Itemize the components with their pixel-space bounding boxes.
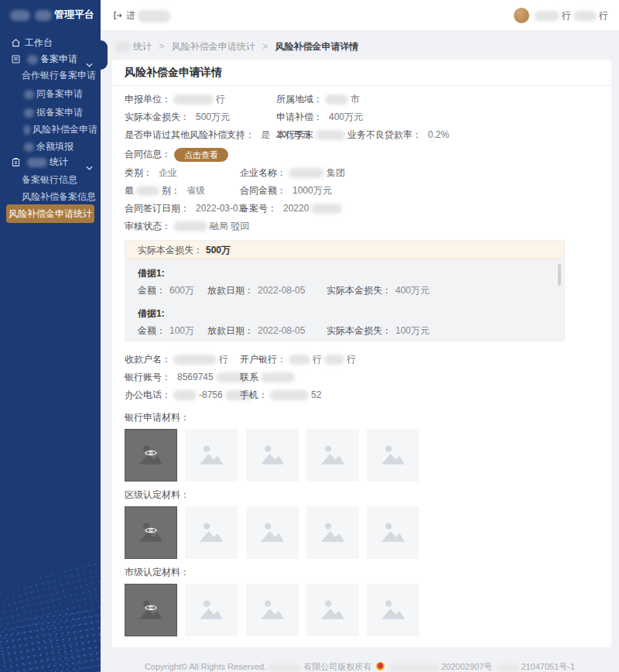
- material-thumbnail[interactable]: [306, 429, 359, 482]
- eye-icon: [145, 449, 157, 457]
- material-thumbnail-viewed[interactable]: [125, 584, 177, 636]
- redacted-text: [270, 390, 309, 400]
- material-thumbnail[interactable]: [185, 584, 238, 636]
- material-thumbnail[interactable]: [246, 506, 299, 559]
- material-thumbnail[interactable]: [306, 584, 359, 636]
- sidebar-decoration-dots: [0, 542, 101, 672]
- field-value: -8756: [199, 389, 223, 400]
- sidebar-item-risk-comp-filing-info[interactable]: 风险补偿备案信息: [0, 188, 101, 205]
- field-label: 银行账号：: [125, 372, 171, 382]
- user-info[interactable]: 行行: [514, 7, 608, 24]
- sidebar-item-coop-bank-filing[interactable]: 合作银行备案申请: [0, 67, 101, 84]
- bank-materials-label: 银行申请材料：: [112, 410, 611, 424]
- material-thumbnail[interactable]: [367, 584, 419, 636]
- redacted-text: [24, 142, 34, 152]
- field-label: 放款日期：: [207, 325, 254, 336]
- sidebar-item-workbench[interactable]: 工作台: [0, 34, 101, 51]
- redacted-text: [115, 42, 131, 52]
- material-thumbnail[interactable]: [246, 584, 299, 636]
- field-row: 是否申请过其他风险补偿支持：是100万元 本行季末业务不良贷款率：0.2%: [112, 126, 611, 144]
- field-value: 100万元: [395, 325, 429, 336]
- material-thumbnail-viewed[interactable]: [125, 506, 177, 559]
- field-value: 0.2%: [428, 129, 449, 140]
- app-logo: 管理平台: [8, 8, 101, 22]
- app-logo-text: 管理平台: [54, 9, 94, 20]
- material-thumbnail[interactable]: [185, 506, 238, 559]
- filing-number-2[interactable]: 21047051号-1: [521, 662, 575, 671]
- sidebar-group-label: 统计: [50, 156, 68, 167]
- sidebar-item-risk-comp-apply-stats[interactable]: 风险补偿金申请统计: [6, 204, 94, 223]
- sidebar-item-receipt-filing[interactable]: 据备案申请: [0, 104, 101, 121]
- panel-scrollbar[interactable]: [558, 264, 561, 286]
- field-label: 企业名称：: [240, 167, 286, 178]
- copyright-text: Copyright© All Rights Reserved.: [145, 662, 266, 671]
- loan-receipt-row: 金额：100万 放款日期：2022-08-05 实际本金损失：100万元: [125, 324, 564, 337]
- district-materials-grid: [112, 506, 611, 559]
- image-placeholder-icon: [378, 517, 409, 548]
- sidebar-item-label: 合作银行备案申请: [22, 70, 96, 81]
- material-thumbnail[interactable]: [306, 506, 359, 559]
- field-row: 银行账号：8569745 联系: [112, 369, 611, 386]
- breadcrumb-item-risk-comp-stats[interactable]: 风险补偿金申请统计: [172, 41, 255, 52]
- material-thumbnail[interactable]: [246, 429, 299, 482]
- redacted-text: [35, 10, 52, 21]
- field-label: 联系: [240, 372, 258, 382]
- eye-icon: [145, 604, 157, 612]
- sidebar-item-balance-report[interactable]: 余额填报: [0, 138, 101, 155]
- field-row: 办公电话：-8756 手机：52: [112, 386, 611, 404]
- avatar[interactable]: [514, 8, 529, 23]
- field-label: 开户银行：: [240, 354, 286, 365]
- field-row: 合同签订日期：2022-03-01 备案号：20220: [112, 200, 611, 218]
- sidebar-item-label: 风险补偿金申请: [32, 124, 97, 135]
- field-row: 申报单位：行 所属地域：市: [112, 91, 611, 108]
- breadcrumb-item-stats[interactable]: 统计: [133, 41, 152, 52]
- material-thumbnail[interactable]: [367, 429, 419, 482]
- redacted-text: [389, 663, 439, 672]
- image-placeholder-icon: [317, 440, 348, 471]
- sidebar-item-label: 同备案申请: [36, 88, 83, 99]
- page-title: 风险补偿金申请详情: [112, 60, 611, 86]
- material-thumbnail[interactable]: [185, 429, 238, 482]
- sidebar-item-risk-comp-apply[interactable]: 风险补偿金申请: [0, 121, 101, 138]
- redacted-text: [261, 372, 295, 382]
- redacted-text: [573, 11, 597, 21]
- field-row: 审核状态：融局 驳回: [112, 218, 611, 235]
- redacted-text: [173, 221, 207, 231]
- view-contract-button[interactable]: 点击查看: [174, 148, 228, 162]
- field-value: 行: [347, 354, 356, 365]
- field-value: 2022-03-01: [196, 203, 243, 214]
- sidebar-item-label: 工作台: [25, 37, 53, 48]
- user-bank-text: 行: [562, 10, 571, 21]
- image-placeholder-icon: [257, 595, 288, 626]
- field-label: 合同信息：: [125, 149, 171, 159]
- sidebar-item-label: 风险补偿金申请统计: [9, 208, 92, 219]
- material-thumbnail-viewed[interactable]: [125, 429, 177, 482]
- field-value: 1000万元: [292, 185, 332, 196]
- loan-receipt-title: 借据1:: [125, 307, 564, 320]
- field-label: 收款户名：: [125, 354, 171, 365]
- image-placeholder-icon: [257, 517, 288, 548]
- loss-panel-body[interactable]: 借据1: 金额：600万 放款日期：2022-08-05 实际本金损失：400万…: [125, 259, 564, 341]
- material-thumbnail[interactable]: [367, 506, 419, 559]
- redacted-text: [27, 158, 47, 167]
- field-value: 行: [216, 94, 225, 105]
- field-value: 是: [261, 129, 270, 140]
- sidebar-group-statistics[interactable]: 统计: [0, 153, 101, 170]
- field-value: 市: [351, 94, 360, 105]
- redacted-text: [289, 355, 310, 365]
- company-text: 有限公司版权所有: [303, 662, 371, 671]
- sidebar-item-contract-filing[interactable]: 同备案申请: [0, 85, 101, 102]
- sidebar-item-filed-bank-info[interactable]: 备案银行信息: [0, 171, 101, 188]
- redacted-text: [24, 90, 34, 99]
- field-label: 合同金额：: [240, 185, 286, 196]
- field-label: 所属地域：: [276, 94, 323, 105]
- redacted-text: [325, 94, 348, 105]
- enter-shortcut[interactable]: 进: [112, 8, 173, 23]
- loan-receipt-title: 借据1:: [125, 267, 564, 279]
- sidebar-collapse-handle[interactable]: [101, 40, 108, 70]
- field-row: 收款户名：行 开户银行：行行: [112, 351, 611, 369]
- image-placeholder-icon: [378, 440, 409, 471]
- sidebar-group-filing[interactable]: 备案申请: [0, 50, 101, 67]
- breadcrumb-current: 风险补偿金申请详情: [275, 41, 358, 52]
- enter-label: 进: [126, 10, 135, 21]
